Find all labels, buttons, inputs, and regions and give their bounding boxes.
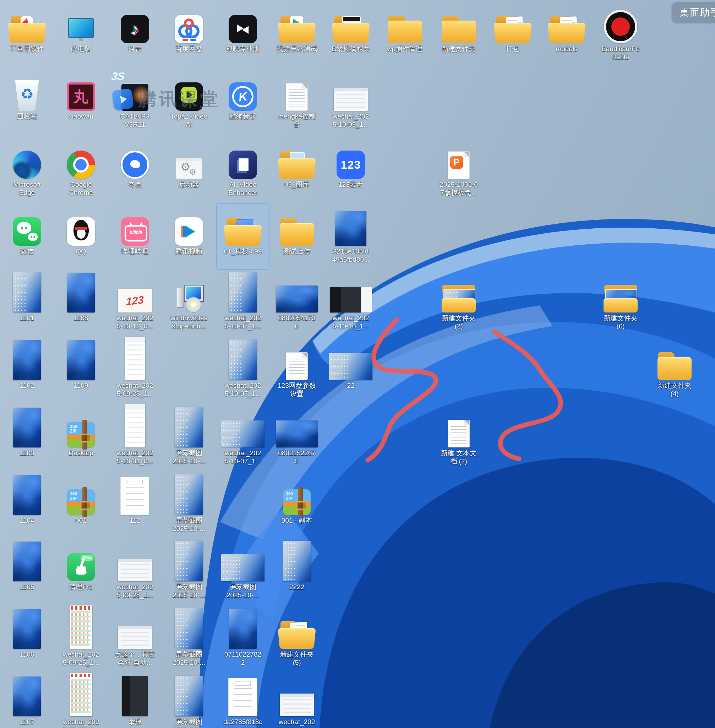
desktop-icon-template-folder-499[interactable]: 01_模板4.99 <box>217 204 269 269</box>
desktop-icon-bilibili-upload[interactable]: B站投稿相关 <box>324 2 377 67</box>
desktop-icon-wechat-2025-09-26-a[interactable]: wechat_202 5-09-26_1... <box>55 607 107 672</box>
desktop-icon-gallery-09[interactable]: 09_图库 <box>270 137 323 202</box>
desktop-icon-img-08021522675[interactable]: 0802152267 5 <box>270 406 323 471</box>
bilibili-app-label: 哔哩哔哩 <box>121 247 148 255</box>
desktop-icon-mengke-console[interactable]: mengke控制 台 <box>270 69 323 134</box>
desktop-icon-screenshot-2025-10-d[interactable]: 屏幕截图 2025-10-... <box>217 539 269 605</box>
desktop-icon-screenshot-2025-10-e[interactable]: 屏幕截图 2025-10-... <box>163 607 215 672</box>
desktop-icon-img-3215e105[interactable]: 3215e105fd 49a6fbd80... <box>324 204 377 269</box>
desktop-icon-new-folder-4[interactable]: 新建文件夹 (4) <box>648 338 701 403</box>
desktop-icon-wechat-2025-10-09-b[interactable]: wechat_202 5-10-09_1... <box>270 674 323 728</box>
desktop-icon-click-this-auto[interactable]: 点这个，其它 会对 自动... <box>109 607 161 672</box>
wechat-2025-10-09-a-label: wechat_202 5-10-09_1... <box>333 112 369 128</box>
desktop-icon-img-1103[interactable]: 1103 <box>1 406 53 471</box>
desktop-icon-new-folder-5[interactable]: 新建文件夹 (5) <box>270 607 323 672</box>
desktop-icon-google-chrome[interactable]: Google Chrome <box>55 137 107 202</box>
desktop-icon-img-1102[interactable]: 1102 <box>1 338 53 403</box>
desktop-icon-kugou-music[interactable]: K酷狗音乐 <box>217 69 269 134</box>
desktop-icon-screenshot-2025-10-f[interactable]: 屏幕截图 2025-10-... <box>163 674 215 728</box>
desktop-icon-douyin[interactable]: ♪抖音 <box>109 2 161 67</box>
desktop-icon-pack[interactable]: 打包 <box>486 2 539 67</box>
desktop-icon-this-pc[interactable]: 此电脑 <box>55 2 107 67</box>
desktop-icon-capcut-pro[interactable]: 剪映专业版 <box>217 2 269 67</box>
google-chrome-label: Google Chrome <box>69 180 93 197</box>
desktop-icon-img-1109[interactable]: 1109 <box>55 338 107 403</box>
desktop-icon-img-08020541730[interactable]: 0802054173 0 <box>270 270 323 336</box>
desktop-icon-tencent-video[interactable]: 腾讯视频 <box>163 204 215 269</box>
desktop-icon-report[interactable]: 举报 <box>109 674 161 728</box>
desktop-icon-img-1105[interactable]: 1105 <box>1 539 53 605</box>
desktop-icon-screenshot-2025-10-c[interactable]: 屏幕截图 2025-10-... <box>163 539 215 605</box>
desktop-icon-wp-plugin-manage[interactable]: wp插件管理 <box>379 2 431 67</box>
desktop-icon-video-compress-test[interactable]: 视频压缩测试 <box>270 2 323 67</box>
desktop-icon-wechat-app[interactable]: 微信 <box>1 204 53 269</box>
desktop-icon-baidu-netdisk[interactable]: 百度网盘 <box>163 2 215 67</box>
desktop-icon-wechat-2025-10-10[interactable]: wechat_202 5-10-10_1... <box>324 270 377 336</box>
desktop-icon-doc-da2785f818c[interactable]: da2785f818c ad8cd30f3... <box>217 674 269 728</box>
desktop-icon-wechat-2025-10-01[interactable]: wechat_202 5-10-01_0... <box>109 406 161 471</box>
desktop-icon-zip-001-copy[interactable]: 360 ZIP001 - 副本 <box>270 473 323 538</box>
img-22-label: 22 <box>347 381 354 390</box>
desktop-icon-wechat-2025-10-07-b[interactable]: wechat_202 5-10-07_1... <box>217 338 269 403</box>
desktop-icon-new-text-doc-2[interactable]: 新建 文本文 档 (2) <box>432 406 485 471</box>
desktop-icon-test-upload[interactable]: 测试上传 <box>270 204 323 269</box>
desktop-icon-desktop-zip[interactable]: 360 ZIPDesktop <box>55 406 107 471</box>
desktop-icon-img-1106[interactable]: 1106 <box>1 607 53 672</box>
img-1106-label: 1106 <box>20 650 35 659</box>
desktop-icon-wechat-2025-10-09-a[interactable]: wechat_202 5-10-09_1... <box>324 69 377 134</box>
desktop-assistant-button[interactable]: 桌面助手 <box>672 2 715 23</box>
desktop-icon-bandicam-portable[interactable]: BandicamPo rtable <box>594 2 647 67</box>
desktop-icon-qq-app[interactable]: QQ <box>55 204 107 269</box>
desktop-icon-xiaowan[interactable]: 丸xiaowan <box>55 69 107 134</box>
desktop-icon-recycle-bin[interactable]: ♻回收站 <box>1 69 53 134</box>
click-this-auto-label: 点这个，其它 会对 自动... <box>115 650 155 666</box>
mengke-console-icon <box>286 69 308 111</box>
desktop-icon-topaz-video-ai[interactable]: Topaz Video AI <box>163 69 215 134</box>
desktop-icon-cloud-123[interactable]: 123123云盘 <box>324 137 377 202</box>
desktop-icon-windowsdesktop-runtime[interactable]: windowsdes ktop-runti... <box>163 270 215 336</box>
screenshot-2025-10-f-label: 屏幕截图 2025-10-... <box>172 718 205 728</box>
desktop-icon-models[interactable]: models <box>540 2 593 67</box>
douyin-icon: ♪ <box>121 2 149 43</box>
desktop-icon-microsoft-edge[interactable]: Microsoft Edge <box>1 137 53 202</box>
desktop-icon-new-folder-6[interactable]: 新建文件夹 (6) <box>594 270 647 336</box>
windows-desktop: { "assistant": { "label": "桌面助手" }, "wat… <box>0 0 715 728</box>
desktop-icon-screenshot-2025-10-b[interactable]: 屏幕截图 2025-10-... <box>163 473 215 538</box>
bilibili-upload-icon <box>334 2 368 43</box>
desktop-icon-wechat-2025-09-28-a[interactable]: wechat_202 5-09-28_1... <box>109 338 161 403</box>
desktop-icon-infrequent-software[interactable]: 不常用软件 <box>1 2 53 67</box>
desktop-icon-wechat-2025-10-07-c[interactable]: wechat_202 5-10-07_1... <box>217 406 269 471</box>
desktop-icon-img-22[interactable]: 22 <box>324 338 377 403</box>
desktop-icon-screenshot-2025-10-a[interactable]: 屏幕截图 2025-10-... <box>163 406 215 471</box>
desktop-icon-new-folder[interactable]: 新建文件夹 <box>432 2 485 67</box>
img-08021522675-icon <box>276 406 318 447</box>
desktop-icon-zip-001[interactable]: 360 ZIP001 <box>55 473 107 538</box>
desktop-icon-quark[interactable]: 夸克 <box>109 137 161 202</box>
topaz-video-ai-icon <box>175 69 203 111</box>
desktop-icon-wechat-2025-10-07-a[interactable]: wechat_202 5-10-07_1... <box>217 270 269 336</box>
desktop-icon-img-07110227822[interactable]: 0711022782 2 <box>217 607 269 672</box>
img-3215e105-icon <box>335 204 367 246</box>
desktop-icon-new-folder-2[interactable]: 新建文件夹 (2) <box>432 270 485 336</box>
new-folder-4-label: 新建文件夹 (4) <box>658 381 692 398</box>
desktop-icon-template-2025-1001[interactable]: P2025-1001-0 7版模板免... <box>432 137 485 202</box>
tencent-video-label: 腾讯视频 <box>175 247 202 255</box>
desktop-icon-launcher[interactable]: ⚙⚙启动器 <box>163 137 215 202</box>
desktop-icon-cloud123-params[interactable]: 123网盘参数 设置 <box>270 338 323 403</box>
desktop-icon-img-1108[interactable]: 1108 <box>55 270 107 336</box>
desktop-icon-img-1101[interactable]: 1101 <box>1 270 53 336</box>
desktop-icon-img-1104[interactable]: 1104 <box>1 473 53 538</box>
desktop-icon-img-112[interactable]: 112 <box>109 473 161 538</box>
desktop-icon-bilibili-app[interactable]: bilibili哔哩哔哩 <box>109 204 161 269</box>
desktop-icon-catia-v5r21[interactable]: 3SCATIA P3 V5R21 <box>109 69 161 134</box>
desktop-icon-ai-video-enhancer[interactable]: AI. Video Enhancer <box>217 137 269 202</box>
desktop-icon-img-1107[interactable]: 1107 <box>1 674 53 728</box>
desktop-icon-wechat-2025-09-28-b[interactable]: wechat_202 5-09-28_1... <box>109 539 161 605</box>
img-1109-icon <box>67 338 95 380</box>
desktop-icon-wechat-2025-10-12[interactable]: 123wechat_202 5-10-12_0... <box>109 270 161 336</box>
desktop-icon-wechat-2025-09-26-b[interactable]: wechat_202 5-09-26_1... <box>55 674 107 728</box>
this-pc-label: 此电脑 <box>71 45 91 53</box>
zip-001-icon: 360 ZIP <box>67 473 95 515</box>
desktop-icon-img-2222[interactable]: 2222 <box>270 539 323 605</box>
desktop-icon-cleaner-pro[interactable]: Pro清理Pro <box>55 539 107 605</box>
